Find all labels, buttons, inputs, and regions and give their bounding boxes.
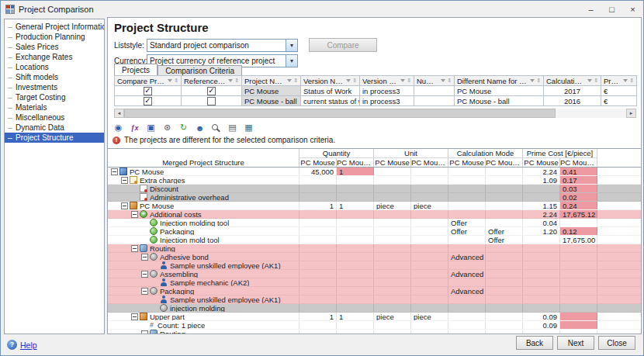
document-icon[interactable]: ▤ (225, 122, 240, 134)
horizontal-scrollbar[interactable] (114, 109, 636, 118)
sidebar-item-materials[interactable]: Materials (5, 102, 104, 112)
column-header-compare-project[interactable]: Compare Project⇕ (115, 76, 182, 86)
column-header-calculation-year[interactable]: Calculation Year⇕ (544, 76, 601, 86)
tree-row-administrative-overhead[interactable]: Administrative overhead0.02 (108, 193, 641, 202)
compare-checkbox[interactable] (144, 97, 152, 105)
reference-checkbox[interactable] (207, 97, 216, 105)
tree-row-pc-mouse[interactable]: PC Mouse45,00012.240.41 (108, 168, 641, 176)
sort-icon[interactable]: ⇕ (536, 78, 541, 84)
filter-icon[interactable] (346, 79, 351, 82)
filter-icon[interactable] (228, 79, 233, 82)
sidebar-item-locations[interactable]: Locations (5, 62, 104, 72)
search-icon[interactable] (209, 122, 223, 134)
refresh-icon[interactable]: ↻ (176, 122, 191, 134)
expander-icon[interactable] (141, 254, 148, 261)
tree-row-count-1-piece[interactable]: #Count: 1 piece0.09 (108, 321, 641, 330)
users-icon[interactable]: ☻ (192, 122, 207, 134)
sort-icon[interactable]: ⇕ (174, 78, 178, 84)
column-header-project-curre[interactable]: Project Curre⇕ (601, 76, 637, 86)
expander-icon[interactable] (141, 271, 148, 278)
tree-row-sample-mechanic-ak2[interactable]: Sample mechanic (AK2) (108, 278, 641, 287)
chevron-down-icon[interactable] (286, 55, 297, 67)
next-button[interactable]: Next (557, 336, 594, 350)
reference-checkbox[interactable] (207, 87, 216, 95)
back-button[interactable]: Back (516, 336, 553, 350)
sidebar-item-sales-prices[interactable]: Sales Prices (5, 42, 104, 52)
settings-icon[interactable]: ⊛ (160, 122, 175, 134)
filter-icon[interactable] (168, 79, 172, 82)
sort-icon[interactable]: ⇕ (407, 78, 411, 84)
expander-icon[interactable] (121, 202, 128, 209)
maximize-icon[interactable]: □ (601, 1, 622, 17)
tree-row-additional-costs[interactable]: Additional costs2.2417,675.12 (108, 210, 641, 219)
sidebar-item-miscellaneous[interactable]: Miscellaneous (5, 112, 104, 123)
filter-icon[interactable] (530, 79, 535, 82)
column-header-project-name[interactable]: Project Name⇕ (242, 76, 301, 86)
tab-projects[interactable]: Projects (114, 64, 158, 75)
tree-row-discount[interactable]: Discount0.03 (108, 185, 641, 193)
column-header-version-state[interactable]: Version State⇕ (360, 76, 414, 86)
expander-icon[interactable] (141, 288, 148, 295)
filter-icon[interactable] (441, 79, 445, 82)
filter-icon[interactable] (587, 79, 592, 82)
filter-icon[interactable] (623, 79, 628, 82)
table-row[interactable]: PC Mouse - ballcurrent status of worin p… (115, 96, 637, 106)
sidebar-item-project-structure[interactable]: Project Structure (5, 133, 104, 143)
filter-icon[interactable] (287, 79, 292, 82)
expander-icon[interactable] (111, 168, 118, 175)
liststyle-select[interactable]: Standard project comparison (147, 39, 298, 52)
sidebar-item-production-planning[interactable]: Production Planning (5, 32, 104, 42)
sidebar-item-shift-models[interactable]: Shift models (5, 72, 104, 82)
tree-row-injection-mold-tool[interactable]: Injection mold toolOffer17,675.00 (108, 236, 641, 244)
column-header-version-name[interactable]: Version Name⇕ (301, 76, 360, 86)
scroll-right-icon[interactable] (626, 109, 636, 118)
tree-row-assembling[interactable]: AssemblingAdvanced (108, 270, 641, 278)
table-row[interactable]: PC MouseStatus of Workin process3PC Mous… (115, 86, 637, 96)
formula-icon[interactable]: ƒx (127, 122, 142, 134)
minimize-icon[interactable]: – (580, 1, 601, 17)
tree-row-sample-unskilled-employee-ak1[interactable]: Sample unskilled employee (AK1) (108, 261, 641, 270)
column-header-number[interactable]: Number⇕ (414, 76, 455, 86)
compare-checkbox[interactable] (144, 87, 152, 95)
tree-row-adhesive-bond[interactable]: Adhesive bondAdvanced (108, 253, 641, 261)
tree-row-injection-molding-tool[interactable]: Injection molding toolOffer0.04 (108, 219, 641, 227)
tree-row-routing[interactable]: Routing (108, 244, 641, 253)
table-icon[interactable]: ▦ (241, 122, 256, 134)
column-header-different-name-for-comparison[interactable]: Different Name for Comparison⇕ (455, 76, 544, 86)
expander-icon[interactable] (121, 177, 128, 184)
expander-icon[interactable] (131, 211, 138, 218)
sort-icon[interactable]: ⇕ (234, 78, 239, 84)
sidebar-item-exchange-rates[interactable]: Exchange Rates (5, 52, 104, 62)
disc-icon[interactable]: ◉ (111, 122, 126, 134)
sort-icon[interactable]: ⇕ (447, 78, 452, 84)
window-icon[interactable]: ▣ (144, 122, 158, 134)
tree-row-upper-part[interactable]: Upper part11piecepiece0.09 (108, 313, 641, 321)
sidebar-item-investments[interactable]: Investments (5, 82, 104, 92)
sidebar-item-general-project-information[interactable]: General Project Information (5, 22, 104, 32)
close-icon[interactable]: × (622, 1, 643, 17)
sort-icon[interactable]: ⇕ (594, 78, 598, 84)
help-link[interactable]: Help (7, 340, 37, 350)
sort-icon[interactable]: ⇕ (629, 78, 634, 84)
tree-row-extra-charges[interactable]: Extra charges1.090.17 (108, 176, 641, 185)
compare-button[interactable]: Compare (309, 38, 377, 52)
scrollbar-track[interactable] (124, 109, 626, 118)
tree-row-injection-molding[interactable]: injection molding (108, 304, 641, 313)
column-header-reference-project[interactable]: Reference Project⇕ (182, 76, 242, 86)
sidebar-item-target-costing[interactable]: Target Costing (5, 92, 104, 102)
tree-row-pc-mouse[interactable]: PC Mouse11piecepiece1.150.24 (108, 202, 641, 210)
filter-icon[interactable] (400, 79, 405, 82)
tab-comparison-criteria[interactable]: Comparison Criteria (158, 65, 242, 75)
sort-icon[interactable]: ⇕ (293, 78, 298, 84)
sort-icon[interactable]: ⇕ (352, 78, 357, 84)
expander-icon[interactable] (131, 313, 138, 320)
chevron-down-icon[interactable] (286, 40, 297, 51)
scroll-left-icon[interactable] (114, 109, 124, 118)
tree-row-packaging[interactable]: PackagingAdvanced (108, 287, 641, 296)
tree-row-sample-unskilled-employee-ak1[interactable]: Sample unskilled employee (AK1) (108, 296, 641, 304)
sidebar-item-dynamic-data[interactable]: Dynamic Data (5, 123, 104, 133)
expander-icon[interactable] (131, 245, 138, 252)
close-button[interactable]: Close (598, 336, 635, 350)
scrollbar-thumb[interactable] (124, 109, 556, 118)
tree-row-packaging[interactable]: PackagingOfferOffer1.200.12 (108, 227, 641, 236)
